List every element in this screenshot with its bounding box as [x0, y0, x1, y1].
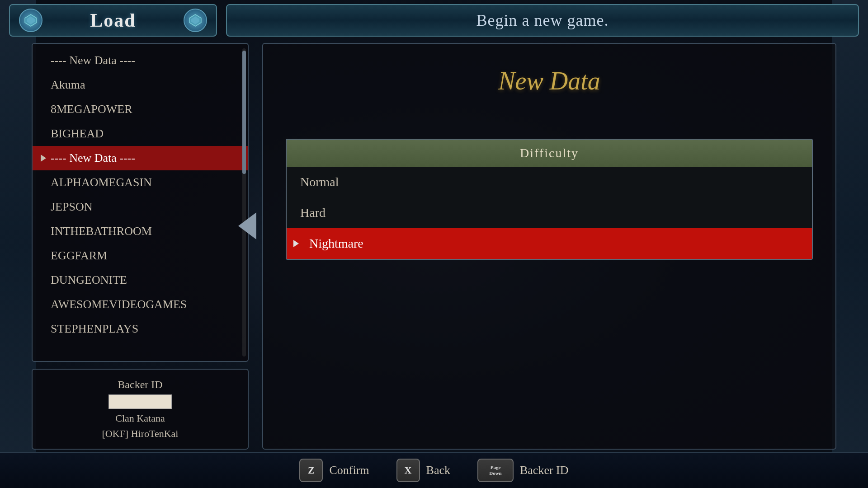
z-key[interactable]: Z [299, 459, 323, 482]
save-list-container[interactable]: ---- New Data ----Akuma8MEGAPOWERBIGHEAD… [32, 43, 249, 362]
difficulty-panel: Difficulty NormalHardNightmare [286, 139, 813, 260]
backer-id-input[interactable] [108, 394, 172, 409]
gem-right-icon [184, 9, 207, 32]
right-panel: New Data Difficulty NormalHardNightmare [262, 43, 836, 450]
backer-name: [OKF] HiroTenKai [102, 428, 179, 440]
backer-id-label: Backer ID [118, 379, 162, 391]
save-item-alphaomegasin[interactable]: ALPHAOMEGASIN [33, 170, 248, 195]
difficulty-list: NormalHardNightmare [287, 167, 812, 259]
save-item-awesomevideogames[interactable]: AWESOMEVIDEOGAMES [33, 292, 248, 317]
difficulty-header: Difficulty [287, 140, 812, 167]
x-key[interactable]: X [396, 459, 420, 482]
save-item-inthebathroom[interactable]: INTHEBATHROOM [33, 219, 248, 244]
gem-left-icon [19, 9, 42, 32]
scrollbar-thumb [242, 51, 246, 174]
header-message: Begin a new game. [476, 11, 609, 30]
scrollbar[interactable] [242, 48, 246, 357]
save-item-dungeonite[interactable]: DUNGEONITE [33, 268, 248, 292]
save-item-new-data-selected[interactable]: ---- New Data ---- [33, 146, 248, 170]
pagedown-key[interactable]: Page Down [477, 459, 514, 482]
back-action: X Back [396, 459, 450, 482]
save-item-bighead[interactable]: BIGHEAD [33, 122, 248, 146]
nav-arrow-left-icon[interactable] [238, 212, 256, 239]
save-item-stephenplays[interactable]: STEPHENPLAYS [33, 317, 248, 341]
header-message-section: Begin a new game. [226, 4, 859, 37]
main-content: ---- New Data ----Akuma8MEGAPOWERBIGHEAD… [32, 43, 836, 450]
save-item-akuma[interactable]: Akuma [33, 73, 248, 97]
backer-clan: Clan Katana [115, 413, 165, 424]
confirm-label: Confirm [329, 464, 369, 477]
backer-id-action-label: Backer ID [520, 464, 569, 477]
new-data-title: New Data [263, 44, 835, 95]
save-list: ---- New Data ----Akuma8MEGAPOWERBIGHEAD… [33, 44, 248, 361]
save-item-eggfarm[interactable]: EGGFARM [33, 244, 248, 268]
back-label: Back [426, 464, 450, 477]
backer-id-action: Page Down Backer ID [477, 459, 569, 482]
confirm-action: Z Confirm [299, 459, 369, 482]
backer-box: Backer ID Clan Katana [OKF] HiroTenKai [32, 369, 249, 450]
right-panel-bg: New Data Difficulty NormalHardNightmare [262, 43, 836, 450]
save-item-8megapower[interactable]: 8MEGAPOWER [33, 97, 248, 122]
bg-left-panel [0, 0, 36, 488]
difficulty-item-hard[interactable]: Hard [287, 197, 812, 228]
difficulty-item-normal[interactable]: Normal [287, 167, 812, 197]
bottom-bar: Z Confirm X Back Page Down Backer ID [0, 452, 868, 488]
bg-right-panel [832, 0, 868, 488]
load-title: Load [42, 9, 184, 31]
load-section: Load [9, 4, 217, 37]
save-item-new-data-top[interactable]: ---- New Data ---- [33, 48, 248, 73]
left-panel: ---- New Data ----Akuma8MEGAPOWERBIGHEAD… [32, 43, 249, 450]
header: Load Begin a new game. [0, 0, 868, 41]
difficulty-item-nightmare[interactable]: Nightmare [287, 228, 812, 259]
save-item-jepson[interactable]: JEPSON [33, 195, 248, 219]
